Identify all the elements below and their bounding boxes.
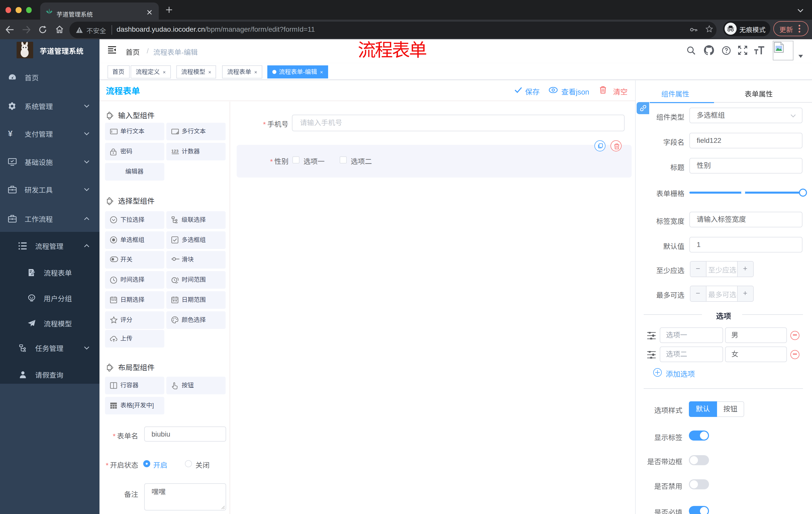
svg-text:123: 123 xyxy=(171,148,178,154)
